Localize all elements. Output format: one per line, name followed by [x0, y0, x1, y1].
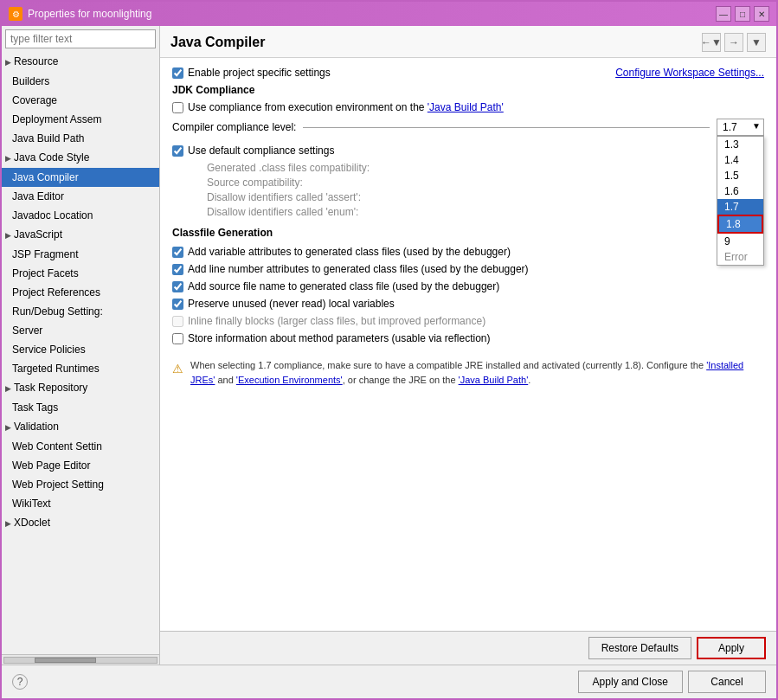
expand-arrow-icon: ▶ [5, 228, 12, 243]
compiler-compliance-dropdown[interactable]: 1.7 ▼ 1.31.41.51.61.71.89Error [717, 119, 764, 136]
tree-list: ▶ResourceBuildersCoverageDeployment Asse… [2, 52, 159, 654]
scrollbar-track[interactable] [3, 657, 158, 664]
main-content: ▶ResourceBuildersCoverageDeployment Asse… [2, 26, 776, 665]
sidebar-item-project-facets[interactable]: Project Facets [2, 264, 159, 283]
maximize-button[interactable]: □ [735, 6, 750, 22]
warning-text: When selecting 1.7 compliance, make sure… [190, 358, 764, 387]
configure-workspace-link[interactable]: Configure Workspace Settings... [615, 67, 764, 79]
use-execution-env-checkbox[interactable] [172, 102, 183, 113]
restore-defaults-button[interactable]: Restore Defaults [588, 637, 691, 659]
classfile-items: Add variable attributes to generated cla… [172, 246, 764, 344]
execution-environments-link[interactable]: 'Execution Environments' [236, 375, 343, 385]
apply-and-close-button[interactable]: Apply and Close [578, 671, 683, 693]
sidebar-item-java-code-style[interactable]: ▶Java Code Style [2, 148, 159, 168]
footer-bar: ? Apply and Close Cancel [2, 665, 776, 698]
sidebar: ▶ResourceBuildersCoverageDeployment Asse… [2, 26, 160, 665]
classfile-label-4[interactable]: Inline finally blocks (larger class file… [188, 315, 485, 327]
dropdown-option-1.6[interactable]: 1.6 [717, 183, 763, 199]
classfile-checkbox-1[interactable] [172, 264, 183, 275]
sidebar-item-server[interactable]: Server [2, 321, 159, 340]
sidebar-scrollbar[interactable] [2, 654, 159, 665]
content-panel: Java Compiler ←▼ → ▼ Enable project spec… [160, 26, 776, 665]
java-build-path-link2[interactable]: 'Java Build Path' [459, 375, 529, 385]
grayed-settings-section: Generated .class files compatibility: So… [190, 162, 764, 218]
filter-input[interactable] [5, 29, 156, 48]
sidebar-item-coverage[interactable]: Coverage [2, 91, 159, 110]
cancel-button[interactable]: Cancel [688, 671, 766, 693]
source-compat-row: Source compatibility: [207, 177, 764, 189]
content-header: Java Compiler ←▼ → ▼ [160, 26, 776, 58]
apply-button[interactable]: Apply [697, 637, 766, 659]
sidebar-item-javadoc-location[interactable]: Javadoc Location [2, 206, 159, 225]
classfile-item-5: Store information about method parameter… [172, 332, 764, 344]
sidebar-item-jsp-fragment[interactable]: JSP Fragment [2, 245, 159, 264]
jdk-compliance-section: JDK Compliance [172, 84, 764, 96]
classfile-label-0[interactable]: Add variable attributes to generated cla… [188, 246, 511, 258]
classfile-item-1: Add line number attributes to generated … [172, 263, 764, 275]
dropdown-option-1.3[interactable]: 1.3 [717, 137, 763, 152]
sidebar-item-task-repository[interactable]: ▶Task Repository [2, 378, 159, 398]
sidebar-item-web-project-settings[interactable]: Web Project Setting [2, 475, 159, 494]
classfile-item-4: Inline finally blocks (larger class file… [172, 315, 764, 327]
sidebar-item-resource[interactable]: ▶Resource [2, 52, 159, 72]
sidebar-item-task-tags[interactable]: Task Tags [2, 398, 159, 417]
sidebar-item-xdoclet[interactable]: ▶XDoclet [2, 513, 159, 533]
sidebar-item-web-page-editor[interactable]: Web Page Editor [2, 456, 159, 475]
sidebar-item-project-references[interactable]: Project References [2, 283, 159, 302]
classfile-checkbox-3[interactable] [172, 299, 183, 310]
expand-arrow-icon: ▶ [5, 151, 12, 166]
sidebar-item-javascript[interactable]: ▶JavaScript [2, 225, 159, 245]
compiler-compliance-label: Compiler compliance level: [172, 121, 296, 133]
help-button[interactable]: ? [12, 674, 28, 690]
main-window: ⚙ Properties for moonlighting — □ ✕ ▶Res… [0, 0, 778, 700]
enable-project-settings-label[interactable]: Enable project specific settings [188, 67, 331, 79]
dropdown-option-1.7[interactable]: 1.7 [717, 199, 763, 215]
sidebar-item-java-editor[interactable]: Java Editor [2, 187, 159, 206]
sidebar-item-validation[interactable]: ▶Validation [2, 417, 159, 437]
classfile-checkbox-2[interactable] [172, 281, 183, 292]
use-default-compliance-checkbox[interactable] [172, 145, 183, 157]
classfile-label-1[interactable]: Add line number attributes to generated … [188, 263, 529, 275]
enable-project-settings-checkbox[interactable] [172, 67, 183, 79]
dropdown-display[interactable]: 1.7 ▼ [717, 119, 764, 136]
sidebar-item-wikitext[interactable]: WikiText [2, 494, 159, 513]
sidebar-item-targeted-runtimes[interactable]: Targeted Runtimes [2, 359, 159, 378]
minimize-button[interactable]: — [716, 6, 731, 22]
classfile-label-2[interactable]: Add source file name to generated class … [188, 280, 499, 292]
disallow-assert-label: Disallow identifiers called 'assert': [207, 191, 361, 203]
disallow-enum-row: Disallow identifiers called 'enum': [207, 206, 764, 218]
page-title: Java Compiler [170, 35, 265, 50]
sidebar-item-run-debug-settings[interactable]: Run/Debug Setting: [2, 302, 159, 321]
java-build-path-link1[interactable]: 'Java Build Path' [428, 101, 504, 113]
dropdown-option-1.8[interactable]: 1.8 [717, 215, 763, 234]
sidebar-item-web-content-settings[interactable]: Web Content Settin [2, 437, 159, 456]
classfile-checkbox-4[interactable] [172, 316, 183, 327]
titlebar-controls: — □ ✕ [716, 6, 769, 22]
source-compat-label: Source compatibility: [207, 177, 303, 189]
dropdown-option-1.4[interactable]: 1.4 [717, 152, 763, 168]
dropdown-option-1.5[interactable]: 1.5 [717, 168, 763, 183]
classfile-checkbox-5[interactable] [172, 333, 183, 344]
classfile-generation-section: Classfile Generation [172, 227, 764, 239]
nav-dropdown-button[interactable]: ▼ [747, 33, 766, 52]
scrollbar-thumb[interactable] [35, 658, 95, 663]
sidebar-item-java-build-path[interactable]: Java Build Path [2, 129, 159, 148]
dropdown-value: 1.7 [723, 121, 737, 133]
sidebar-item-service-policies[interactable]: Service Policies [2, 340, 159, 359]
back-button[interactable]: ←▼ [702, 33, 721, 52]
forward-button[interactable]: → [724, 33, 743, 52]
dropdown-option-9[interactable]: 9 [717, 234, 763, 249]
titlebar-left: ⚙ Properties for moonlighting [9, 7, 151, 21]
dropdown-option-error[interactable]: Error [717, 249, 763, 265]
compliance-line [303, 127, 710, 128]
sidebar-item-deployment-assem[interactable]: Deployment Assem [2, 110, 159, 129]
classfile-checkbox-0[interactable] [172, 247, 183, 258]
expand-arrow-icon: ▶ [5, 516, 12, 531]
close-button[interactable]: ✕ [754, 6, 769, 22]
sidebar-item-builders[interactable]: Builders [2, 72, 159, 91]
classfile-label-5[interactable]: Store information about method parameter… [188, 332, 491, 344]
classfile-label-3[interactable]: Preserve unused (never read) local varia… [188, 298, 395, 310]
sidebar-item-java-compiler[interactable]: Java Compiler [2, 168, 159, 187]
use-default-compliance-label[interactable]: Use default compliance settings [188, 144, 334, 157]
enable-project-settings-row: Enable project specific settings Configu… [172, 67, 764, 79]
